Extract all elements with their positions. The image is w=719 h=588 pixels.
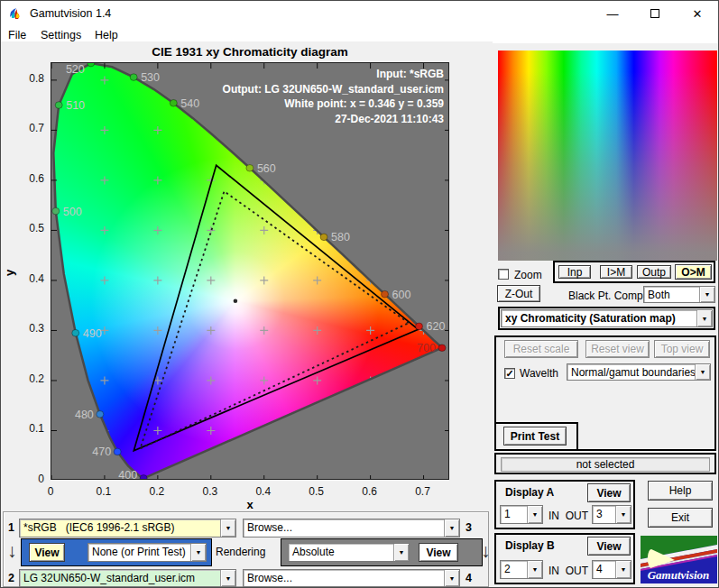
slot-4-label: 4 — [466, 572, 472, 584]
wavelength-marker — [246, 165, 253, 172]
black-pt-comp-select[interactable]: Both ▼ — [643, 286, 715, 303]
wavelength-label: 470 — [92, 446, 111, 458]
o-to-m-button[interactable]: O>M — [675, 264, 712, 280]
spectral-locus-outline — [53, 63, 442, 478]
dropdown-arrow-icon[interactable]: ▼ — [695, 364, 710, 380]
wavelength-label: 500 — [63, 206, 82, 218]
app-window: Gamutvision 1.4 — ✕ File Settings Help C… — [0, 0, 719, 588]
wavelth-label: Wavelth — [520, 367, 558, 380]
display-a-title: Display A — [505, 486, 554, 499]
dropdown-arrow-icon[interactable]: ▼ — [190, 544, 206, 561]
slot-2-label: 2 — [8, 572, 14, 584]
dropdown-arrow-icon[interactable]: ▼ — [444, 519, 459, 537]
display-a-out-select[interactable]: 3 ▼ — [592, 505, 631, 524]
reset-view-button[interactable]: Reset view — [585, 340, 650, 358]
rendering-intent-select[interactable]: Absolute ▼ — [288, 543, 410, 562]
gamutvision-logo: Gamutvision — [641, 536, 717, 583]
axis-ticks — [51, 63, 449, 480]
wavelength-marker — [88, 63, 95, 67]
wavelength-label: 530 — [141, 71, 160, 84]
x-tick-label: 0.3 — [192, 485, 228, 498]
window-title: Gamutvision 1.4 — [30, 7, 111, 20]
y-tick-label: 0.1 — [6, 422, 44, 435]
help-button[interactable]: Help — [648, 481, 713, 501]
wavelength-label: 560 — [257, 162, 276, 175]
maximize-button[interactable] — [635, 1, 675, 26]
wavelength-marker — [52, 207, 60, 215]
dropdown-arrow-icon[interactable]: ▼ — [615, 506, 631, 523]
reset-scale-button[interactable]: Reset scale — [504, 340, 578, 358]
pipeline-select[interactable]: None (or Print Test) ▼ — [88, 543, 207, 562]
x-tick-label: 0.7 — [405, 485, 441, 498]
browse-3-select[interactable]: Browse... ▼ — [243, 519, 460, 537]
dropdown-arrow-icon[interactable]: ▼ — [527, 506, 542, 523]
x-tick-label: 0 — [32, 485, 69, 498]
dropdown-arrow-icon[interactable]: ▼ — [220, 570, 235, 586]
menu-settings[interactable]: Settings — [37, 28, 85, 42]
minimize-button[interactable]: — — [593, 1, 632, 26]
zoom-checkbox[interactable] — [498, 269, 509, 280]
view-a-button[interactable]: View — [29, 543, 65, 562]
inp-button[interactable]: Inp — [558, 265, 591, 279]
map-buttons-group: Inp I>M Outp O>M — [553, 261, 715, 283]
display-b-out-select[interactable]: 4 ▼ — [592, 560, 631, 579]
menu-file[interactable]: File — [5, 28, 30, 42]
display-b-in-select[interactable]: 2 ▼ — [500, 560, 543, 579]
display-b-view-button[interactable]: View — [587, 537, 631, 556]
y-tick-label: 0.3 — [6, 322, 44, 335]
display-b-inout-label: IN OUT — [548, 565, 588, 577]
dropdown-arrow-icon[interactable]: ▼ — [615, 561, 631, 578]
y-tick-label: 0.6 — [6, 172, 44, 185]
zoom-checkbox-label: Zoom — [514, 269, 542, 281]
view-b-panel: Absolute ▼ View — [281, 538, 483, 566]
dropdown-arrow-icon[interactable]: ▼ — [220, 519, 235, 537]
wavelength-marker — [55, 102, 62, 109]
wavelength-label: 700 — [417, 342, 436, 354]
x-tick-label: 0.1 — [86, 485, 122, 498]
y-tick-label: 0.5 — [6, 222, 44, 234]
display-a-in-select[interactable]: 1 ▼ — [500, 505, 543, 524]
z-out-button[interactable]: Z-Out — [497, 285, 540, 302]
top-view-button[interactable]: Top view — [654, 340, 710, 358]
display-b-group: Display B View 2 ▼ IN OUT 4 ▼ — [494, 533, 635, 584]
y-tick-label: 0.8 — [6, 72, 44, 85]
dropdown-arrow-icon[interactable]: ▼ — [444, 570, 459, 586]
chromaticity-plot[interactable]: 4004704804905005105205305405605806006207… — [51, 62, 449, 480]
display-a-view-button[interactable]: View — [587, 483, 631, 502]
view-mode-select[interactable]: xy Chromaticity (Saturation map) ▼ — [501, 309, 713, 327]
browse-4-select[interactable]: Browse... ▼ — [243, 569, 460, 587]
x-tick-label: 0.2 — [139, 485, 175, 498]
title-bar[interactable]: Gamutvision 1.4 — ✕ — [1, 1, 718, 26]
dropdown-arrow-icon[interactable]: ▼ — [393, 544, 409, 561]
i-to-m-button[interactable]: I>M — [600, 265, 632, 279]
wavelth-checkbox[interactable]: ✓ — [504, 368, 515, 379]
exit-button[interactable]: Exit — [648, 508, 713, 528]
white-point-marker — [234, 299, 238, 303]
annotation-line: White point: x = 0.346 y = 0.359 — [284, 97, 444, 110]
wavelength-label: 510 — [66, 99, 85, 112]
annotation-line: Input: *sRGB — [376, 68, 444, 80]
display-a-group: Display A View 1 ▼ IN OUT 3 ▼ — [494, 480, 635, 529]
outp-button[interactable]: Outp — [637, 265, 671, 279]
menu-help[interactable]: Help — [91, 28, 122, 42]
y-tick-label: 0.4 — [6, 272, 44, 285]
close-button[interactable]: ✕ — [678, 1, 717, 26]
maximize-icon — [650, 9, 659, 18]
display-b-title: Display B — [505, 539, 555, 552]
input-profile-select[interactable]: *sRGB (IEC6 1996-2.1 sRGB) ▼ — [19, 519, 236, 537]
dropdown-arrow-icon[interactable]: ▼ — [699, 287, 714, 302]
status-group: not selected — [494, 453, 716, 474]
dropdown-arrow-icon[interactable]: ▼ — [527, 561, 542, 578]
x-tick-label: 0.6 — [352, 485, 388, 498]
saturation-map[interactable] — [498, 51, 717, 261]
wavelength-marker — [140, 475, 147, 480]
dropdown-arrow-icon[interactable]: ▼ — [696, 310, 712, 326]
print-test-button[interactable]: Print Test — [503, 427, 567, 446]
view-b-button[interactable]: View — [419, 543, 458, 562]
boundaries-select[interactable]: Normal/gamut boundaries ▼ — [567, 363, 711, 381]
logo-text: Gamutvision — [648, 568, 710, 582]
wavelength-label: 580 — [331, 231, 350, 243]
output-profile-select[interactable]: LG 32UN650-W_standard_user.icm ▼ — [19, 569, 236, 587]
gamut-triangle-dotted — [140, 191, 409, 448]
pipeline-panel: 1 *sRGB (IEC6 1996-2.1 sRGB) ▼ Browse...… — [3, 511, 489, 587]
